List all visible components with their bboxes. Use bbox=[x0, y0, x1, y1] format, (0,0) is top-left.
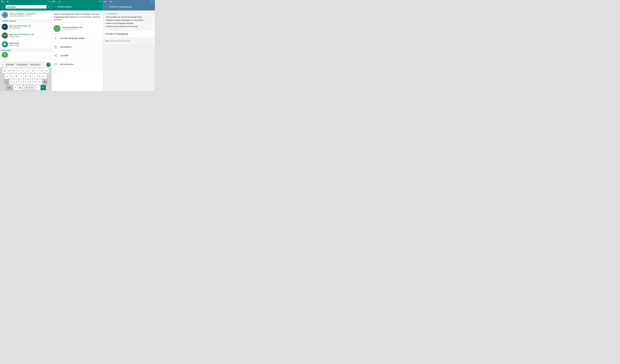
convert-button[interactable]: Convert to Supergroup bbox=[103, 30, 155, 38]
channel-item-androidpit-de[interactable]: ANDROIDPITDE 📢 AndroidPIT News DE 10 sub… bbox=[0, 23, 51, 31]
back-button-1[interactable]: ← bbox=[2, 5, 4, 8]
key-globe[interactable]: 🌐 bbox=[18, 85, 22, 90]
key-search[interactable]: 🔍 bbox=[41, 85, 46, 90]
search-input[interactable]: androidpit bbox=[6, 5, 46, 9]
channel-item-androidpit-com[interactable]: ANDROIDPITEN 📢 AndroidPIT NEWS COM 5 sub… bbox=[0, 31, 51, 40]
key-g[interactable]: g bbox=[24, 74, 28, 79]
time-1: 14:03 bbox=[47, 1, 50, 2]
key-j[interactable]: j bbox=[33, 74, 37, 79]
status-left: 📶 🔷 ··· 🖼 ↑ bbox=[1, 1, 9, 2]
action-copy-link[interactable]: Link kopieren bbox=[52, 43, 103, 51]
key-p[interactable]: p0 bbox=[45, 68, 49, 73]
action-label-share-whatsapp: Link über WhatsApp senden bbox=[60, 37, 85, 39]
invite-description: Jeder mit WhatsApp kann diesem Link folg… bbox=[52, 11, 103, 23]
contact-info-androidpit-com: 📢 AndroidPIT NEWS COM 5 subscribers bbox=[9, 33, 50, 38]
contact-name-orkhan: Orkhan Osmanov- AndroidPIT bbox=[9, 13, 50, 15]
key-x[interactable]: x bbox=[14, 79, 18, 84]
key-row-1: q1 w2 e3 r4 t5 z6 u7 i8 o9 p0 bbox=[0, 68, 51, 73]
key-row-2: a s d f g h j k l bbox=[0, 74, 51, 79]
back-button-3[interactable]: ← bbox=[105, 5, 108, 8]
key-shift[interactable]: ⇧ bbox=[4, 79, 9, 84]
close-icon[interactable]: ✕ bbox=[48, 6, 50, 8]
link-box: 🔗 https://chat.whatsapp.com /4LpBkC■ ■▪.… bbox=[52, 23, 103, 34]
contact-item-peter[interactable]: 🏔 Peter Groh @Androidpit bbox=[0, 40, 51, 49]
key-period[interactable]: . bbox=[36, 85, 40, 90]
key-num[interactable]: ?123 bbox=[6, 85, 13, 90]
key-u[interactable]: u7 bbox=[31, 68, 35, 73]
avatar-message: G bbox=[2, 52, 8, 58]
share-icon bbox=[54, 54, 58, 58]
link-info: https://chat.whatsapp.com /4LpBkC■ ■▪. ■… bbox=[62, 27, 82, 30]
contact-item-orkhan[interactable]: 👤 Orkhan Osmanov- AndroidPIT last seen y… bbox=[0, 11, 51, 19]
supergroup-header-title: Convert to Supergroup bbox=[109, 6, 153, 8]
message-item-partial[interactable]: G bbox=[0, 52, 51, 58]
avatar-androidpit-de: ANDROIDPITDE bbox=[2, 24, 8, 30]
key-v[interactable]: v bbox=[24, 79, 28, 84]
note-area: Note: this action can't be undone. bbox=[103, 38, 155, 44]
contact-name-androidpit-com: 📢 AndroidPIT NEWS COM bbox=[9, 33, 50, 36]
keyboard: G androidpit Android porno Android puro … bbox=[0, 62, 51, 91]
avatar-orkhan: 👤 bbox=[2, 12, 8, 18]
key-c[interactable]: c bbox=[19, 79, 23, 84]
key-emoji[interactable]: ☺ bbox=[13, 85, 18, 90]
keyboard-suggestion-bar: G androidpit Android porno Android puro … bbox=[0, 62, 51, 67]
key-a[interactable]: a bbox=[5, 74, 9, 79]
status-right: 🔵 14:03 bbox=[45, 1, 50, 2]
svg-point-1 bbox=[56, 54, 57, 55]
key-n[interactable]: n bbox=[33, 79, 37, 84]
link-icon: 🔗 bbox=[54, 25, 61, 32]
key-z[interactable]: z6 bbox=[26, 68, 30, 73]
action-revoke-link[interactable]: Link widerrufen bbox=[52, 60, 103, 69]
panel-search: 📶 🔷 ··· 🖼 ↑ 🔵 14:03 ← androidpit ✕ 👤 Ork… bbox=[0, 0, 52, 91]
key-h[interactable]: h bbox=[28, 74, 32, 79]
svg-line-5 bbox=[55, 55, 56, 55]
contact-handle-peter: @Androidpit bbox=[9, 44, 50, 46]
contact-name-peter: Peter Groh bbox=[9, 42, 50, 44]
status-icons-3: 📶 🔷 ··· 🖼 ↑ bbox=[104, 1, 113, 2]
note-strong: Note: bbox=[105, 40, 110, 42]
key-y[interactable]: y bbox=[10, 79, 14, 84]
key-s[interactable]: s bbox=[10, 74, 14, 79]
key-f[interactable]: f bbox=[19, 74, 23, 79]
invitation-title: Einladungslink bbox=[57, 6, 97, 8]
search-header: ← androidpit ✕ bbox=[0, 3, 51, 11]
key-m[interactable]: m bbox=[38, 79, 42, 84]
suggestion-3[interactable]: Android puro bbox=[29, 63, 41, 66]
google-logo: G bbox=[1, 63, 4, 66]
key-b[interactable]: b bbox=[28, 79, 32, 84]
key-i[interactable]: i8 bbox=[35, 68, 40, 73]
channel-sub-com: 5 subscribers bbox=[9, 36, 50, 38]
section-global-search: GLOBAL SEARCH bbox=[0, 19, 51, 23]
contact-info-peter: Peter Groh @Androidpit bbox=[9, 42, 50, 46]
key-d[interactable]: d bbox=[14, 74, 18, 79]
back-button-2[interactable]: ← bbox=[53, 5, 56, 8]
key-q[interactable]: q1 bbox=[2, 68, 7, 73]
svg-line-4 bbox=[55, 56, 56, 56]
invitation-header: ← Einladungslink ⋮ bbox=[52, 3, 103, 11]
key-t[interactable]: t5 bbox=[21, 68, 26, 73]
avatar-peter: 🏔 bbox=[2, 41, 8, 47]
keyboard-rows: q1 w2 e3 r4 t5 z6 u7 i8 o9 p0 a s d f g … bbox=[0, 67, 51, 91]
more-icon[interactable]: ⋮ bbox=[99, 5, 101, 9]
mic-button[interactable]: 🎤 bbox=[46, 62, 51, 67]
key-space[interactable]: DE · IT · EN bbox=[23, 85, 35, 90]
suggestion-1[interactable]: androidpit bbox=[5, 63, 15, 66]
key-row-3: ⇧ y x c v b n m ⌫ bbox=[0, 79, 51, 84]
key-o[interactable]: o9 bbox=[40, 68, 44, 73]
key-r[interactable]: r4 bbox=[17, 68, 21, 73]
key-row-4: ?123 ☺ 🌐 DE · IT · EN . 🔍 bbox=[0, 85, 51, 90]
status-bar-1: 📶 🔷 ··· 🖼 ↑ 🔵 14:03 bbox=[0, 0, 51, 3]
key-l[interactable]: l bbox=[42, 74, 47, 79]
carrier-icons: 📶 🔷 ··· 🖼 ↑ bbox=[1, 1, 9, 2]
action-share-whatsapp[interactable]: ➤ Link über WhatsApp senden bbox=[52, 34, 103, 43]
action-share-link[interactable]: Link teilen bbox=[52, 51, 103, 60]
share-whatsapp-icon: ➤ bbox=[54, 36, 58, 40]
key-k[interactable]: k bbox=[38, 74, 42, 79]
bullet-4: • Creator can set a public link for the … bbox=[105, 25, 153, 28]
key-e[interactable]: e3 bbox=[12, 68, 16, 73]
link-url: https://chat.whatsapp.com bbox=[62, 27, 82, 29]
key-backspace[interactable]: ⌫ bbox=[42, 79, 47, 84]
suggestion-2[interactable]: Android porno bbox=[16, 63, 29, 66]
channel-sub-de: 10 subscribers bbox=[9, 27, 50, 29]
key-w[interactable]: w2 bbox=[7, 68, 12, 73]
